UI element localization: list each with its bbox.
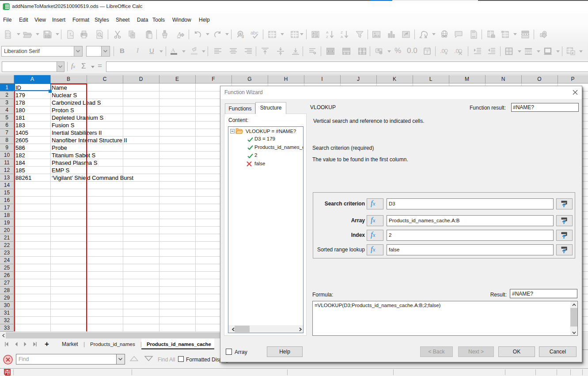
- svg-text:d: d: [242, 34, 244, 39]
- svg-text:A: A: [326, 30, 329, 34]
- svg-text:≠: ≠: [572, 51, 574, 55]
- svg-text:A: A: [316, 34, 319, 38]
- svg-text:7: 7: [426, 50, 428, 54]
- svg-text:Z: Z: [341, 30, 343, 34]
- svg-text:A: A: [171, 47, 175, 53]
- svg-text:Z: Z: [326, 35, 328, 39]
- svg-text:Z: Z: [313, 34, 315, 38]
- svg-text:.0: .0: [440, 48, 445, 54]
- svg-text:A: A: [341, 35, 343, 39]
- svg-text:.0: .0: [454, 48, 459, 54]
- svg-text:a: a: [239, 32, 242, 36]
